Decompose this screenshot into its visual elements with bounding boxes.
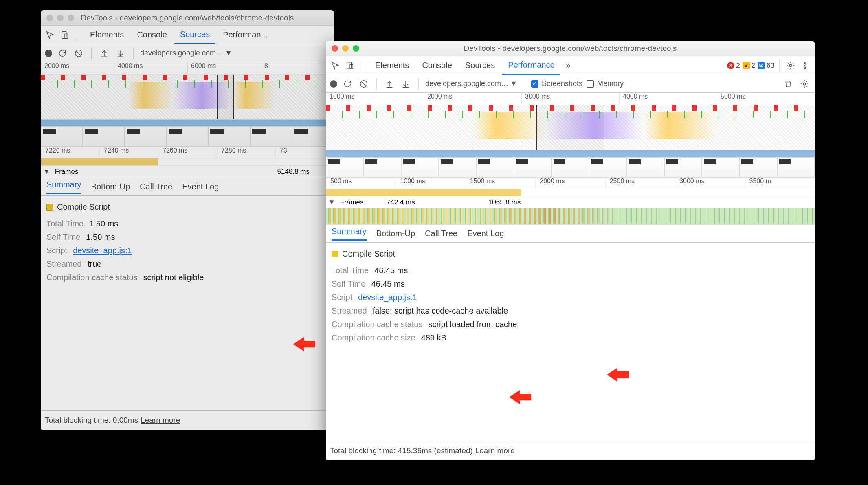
k-self: Self Time <box>46 233 80 242</box>
v-ccs: script loaded from cache <box>428 320 517 329</box>
tab-summary[interactable]: Summary <box>332 227 367 241</box>
device-mode-icon[interactable] <box>344 59 356 72</box>
detail-tabs: Summary Bottom-Up Call Tree Event Log <box>326 225 815 243</box>
record-button[interactable] <box>330 80 337 88</box>
learn-more-link[interactable]: Learn more <box>475 446 515 455</box>
tab-eventlog[interactable]: Event Log <box>182 182 219 191</box>
event-name: Compile Script <box>57 202 110 212</box>
profile-selector[interactable]: developers.google.com… ▼ <box>140 49 232 57</box>
tab-eventlog[interactable]: Event Log <box>467 229 504 238</box>
tab-calltree[interactable]: Call Tree <box>425 229 457 238</box>
overview-graph[interactable] <box>326 105 815 150</box>
k-script: Script <box>332 293 352 302</box>
perf-subtoolbar: developers.google.com… ▼ <box>41 44 334 62</box>
flame-main[interactable] <box>41 158 334 166</box>
footer: Total blocking time: 0.00ms Learn more <box>41 410 334 430</box>
screenshot-strip[interactable] <box>326 157 815 178</box>
main-toolbar: Elements Console Sources Performan... <box>41 26 334 44</box>
script-link[interactable]: devsite_app.js:1 <box>358 293 417 302</box>
dropdown-icon: ▼ <box>225 49 232 57</box>
frames-row[interactable]: ▼ Frames 5148.8 ms <box>41 166 334 178</box>
warning-icon: ▲ <box>743 62 750 69</box>
tab-sources[interactable]: Sources <box>174 26 215 44</box>
screenshots-label: Screenshots <box>542 79 582 88</box>
k-total: Total Time <box>332 266 369 275</box>
frames-label: Frames <box>53 168 101 176</box>
clear-icon[interactable] <box>358 78 370 90</box>
screenshots-checkbox[interactable]: ✓ Screenshots <box>531 79 582 88</box>
upload-icon[interactable] <box>98 47 110 59</box>
k-streamed: Streamed <box>46 259 82 269</box>
tab-elements[interactable]: Elements <box>84 26 130 44</box>
tab-elements[interactable]: Elements <box>369 57 415 74</box>
message-icon: ✉ <box>758 62 765 69</box>
selection-box[interactable] <box>536 105 604 150</box>
warning-count[interactable]: ▲2 <box>743 61 755 70</box>
tick: 500 ms <box>326 178 396 189</box>
k-ccsize: Compilation cache size <box>332 333 415 342</box>
download-icon[interactable] <box>114 47 127 59</box>
profile-url: developers.google.com… <box>140 49 223 57</box>
more-icon[interactable] <box>799 59 811 72</box>
overview-graph[interactable] <box>41 75 334 119</box>
profile-selector[interactable]: developers.google.com… ▼ <box>425 79 517 88</box>
tab-performance[interactable]: Performan... <box>217 26 273 44</box>
device-mode-icon[interactable] <box>59 29 71 41</box>
tab-sources[interactable]: Sources <box>459 57 501 74</box>
tick: 3000 ms <box>675 178 745 189</box>
selection-box[interactable] <box>217 75 234 119</box>
tab-console[interactable]: Console <box>416 57 457 74</box>
event-name: Compile Script <box>342 249 395 259</box>
k-streamed: Streamed <box>332 306 367 316</box>
d <box>376 78 377 90</box>
tick: 6000 ms <box>187 62 261 74</box>
screenshot-strip[interactable] <box>41 127 334 147</box>
tab-bottomup[interactable]: Bottom-Up <box>91 182 130 191</box>
expand-icon[interactable]: ▼ <box>326 198 338 206</box>
tab-bottomup[interactable]: Bottom-Up <box>376 229 415 238</box>
reload-icon[interactable] <box>56 47 68 59</box>
tab-calltree[interactable]: Call Tree <box>140 182 172 191</box>
tick: 1500 ms <box>466 178 535 189</box>
memory-checkbox[interactable]: Memory <box>587 79 624 88</box>
message-count[interactable]: ✉63 <box>758 61 774 70</box>
learn-more-link[interactable]: Learn more <box>141 416 180 425</box>
download-icon[interactable] <box>400 78 412 90</box>
expand-icon[interactable]: ▼ <box>41 168 53 176</box>
capture-settings-gear-icon[interactable] <box>798 78 811 90</box>
event-title: Compile Script <box>46 202 328 212</box>
main-toolbar: Elements Console Sources Performance » ✕… <box>326 56 815 75</box>
k-script: Script <box>46 246 67 255</box>
inspect-icon[interactable] <box>44 29 56 41</box>
green-track <box>41 80 334 88</box>
timeline-overview[interactable]: 1000 ms 2000 ms 3000 ms 4000 ms 5000 ms … <box>326 93 815 178</box>
tick: 1000 ms <box>396 178 465 189</box>
tab-performance[interactable]: Performance <box>502 56 560 75</box>
d <box>91 48 92 59</box>
frame-duration-b: 1065.8 ms <box>488 198 521 206</box>
titlebar[interactable]: DevTools - developers.google.com/web/too… <box>41 10 334 26</box>
titlebar[interactable]: DevTools - developers.google.com/web/too… <box>326 41 815 56</box>
reload-icon[interactable] <box>341 78 354 90</box>
upload-icon[interactable] <box>383 78 396 90</box>
tab-console[interactable]: Console <box>131 26 172 44</box>
timeline-overview[interactable]: 2000 ms 4000 ms 6000 ms 8 <box>41 62 334 147</box>
record-button[interactable] <box>45 50 52 57</box>
tick: 8 <box>261 62 334 74</box>
error-count[interactable]: ✕2 <box>727 61 740 70</box>
settings-gear-icon[interactable] <box>784 59 797 72</box>
k-ccs: Compilation cache status <box>332 320 422 329</box>
flame-stack[interactable] <box>326 208 815 225</box>
tab-summary[interactable]: Summary <box>46 180 81 194</box>
inspect-icon[interactable] <box>329 59 341 72</box>
script-link[interactable]: devsite_app.js:1 <box>73 246 132 255</box>
frames-row[interactable]: ▼ Frames 742.4 ms 1065.8 ms <box>326 196 815 208</box>
tick: 2000 ms <box>424 93 521 105</box>
dropdown-icon: ▼ <box>510 79 517 88</box>
trash-icon[interactable] <box>782 78 794 90</box>
v-streamed: true <box>88 259 101 269</box>
flame-main[interactable] <box>326 189 815 196</box>
more-tabs-icon[interactable]: » <box>563 61 574 70</box>
event-color-swatch <box>46 204 53 211</box>
clear-icon[interactable] <box>73 47 85 59</box>
